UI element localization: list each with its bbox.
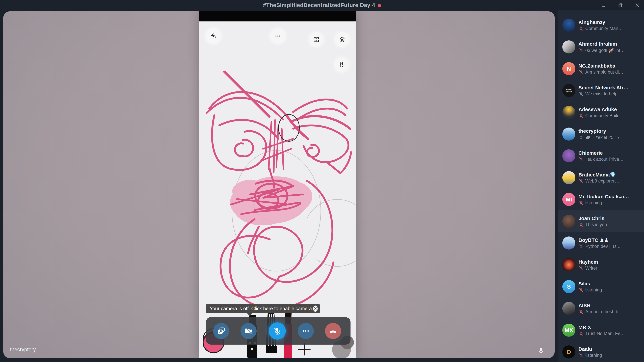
participant-status: Am not d best, b… [585,309,623,314]
participant-row[interactable]: N NG.Zainabbaba Am simple but di… [558,58,644,80]
muted-mic-icon [578,266,584,271]
participant-status: This is you [585,222,607,227]
restore-icon [618,2,623,8]
microphone-button[interactable] [269,323,286,340]
muted-mic-icon [578,222,584,227]
participant-name: Ahmerd Ibrahim [578,41,640,47]
window-title: #TheSimplifiedDecentralizedFuture Day 4 [263,2,375,8]
avatar-initials: D [567,349,571,355]
grid-icon [313,36,320,43]
avatar-initials: S [567,283,571,290]
participant-name: AISH [578,302,640,309]
participant-status: listening [585,200,602,205]
avatar: D [562,346,576,359]
participant-row[interactable]: Ahmerd Ibrahim 03:we gotti 🚀 int… [558,36,644,58]
participant-status: Am simple but di… [585,69,623,75]
screen-share-button[interactable] [213,323,229,339]
participant-name: Mr. Ibukun Ccc Isai… [578,193,640,200]
participant-name: Adesewa Aduke [578,106,640,113]
participant-row[interactable]: Joan Chris This is you [558,210,644,232]
muted-mic-icon [578,200,584,205]
muted-mic-icon [578,309,584,314]
participant-status: Community Build… [585,113,624,118]
participant-row[interactable]: D Daalu listening [558,341,644,362]
participant-name: Kinghamzy [578,19,640,25]
drawing-grid-button [309,32,323,46]
ellipsis-icon [274,32,282,40]
muted-mic-icon [578,135,584,140]
muted-mic-icon [578,157,584,162]
back-arrow-icon [210,32,217,40]
avatar [562,258,576,271]
avatar [562,237,576,250]
participant-status: Python dev || D… [585,244,621,249]
participant-name: Hayhem [578,259,640,265]
participant-status: 03:we gotti 🚀 int… [585,48,625,53]
camera-off-tooltip-text: Your camera is off. Click here to enable… [210,306,313,311]
participant-status: I talk about Priva… [585,157,624,162]
avatar [562,302,576,315]
participant-name: Secret Network Afr… [578,84,640,91]
participant-row[interactable]: S Silas listening [558,276,644,298]
minimize-icon [601,2,606,8]
avatar [562,215,576,228]
participant-row[interactable]: Adesewa Aduke Community Build… [558,101,644,123]
participant-row[interactable]: MX MR X Trust No Man, Fe… [558,319,644,341]
muted-mic-icon [578,91,584,96]
participant-row[interactable]: BoyBTC ♟♟ Python dev || D… [558,232,644,254]
more-icon [301,327,310,335]
muted-mic-icon [578,48,584,53]
participant-status: listening [585,353,602,358]
avatar [562,171,576,184]
participants-sidebar: Kinghamzy Community Man… Ahmerd Ibrahim [558,10,644,362]
participant-row[interactable]: Chiemerie I talk about Priva… [558,145,644,167]
restore-button[interactable] [617,1,624,9]
screen-share-icon [217,327,226,335]
participant-row[interactable]: MI Mr. Ibukun Ccc Isai… listening [558,189,644,210]
stage-mic-icon [537,347,546,355]
avatar [562,128,576,141]
drawing-back-button [206,28,221,43]
participant-status: Trust No Man, Fe… [585,331,625,336]
participant-row[interactable]: thecryptory Ezekiel 25:17 [558,123,644,145]
avatar [562,106,576,119]
participant-row[interactable]: BraheeMania💎 Web3 explorer… [558,167,644,189]
live-dot-icon [378,4,381,7]
phone-top-bar [199,11,356,21]
participant-name: Daalu [578,346,640,352]
minimize-button[interactable] [600,1,608,9]
muted-mic-icon [578,353,584,358]
participant-row[interactable]: secret africa Secret Network Afr… We exi… [558,80,644,101]
participant-status: We exist to help … [585,91,623,96]
participant-name: NG.Zainabbaba [578,63,640,69]
tooltip-caret [247,313,252,316]
more-options-button[interactable] [298,323,314,339]
avatar: S [562,280,576,293]
drawing-adjust-button [334,58,349,72]
camera-off-button[interactable] [240,323,256,339]
participant-row[interactable]: AISH Am not d best, b… [558,298,644,319]
participant-row[interactable]: Kinghamzy Community Man… [558,14,644,36]
end-call-icon [329,327,338,335]
muted-mic-icon [578,113,584,118]
presenter-label: thecryptory [10,347,36,353]
avatar: secret africa [562,84,576,97]
participant-name: Joan Chris [578,215,640,222]
participant-status: listening [585,287,602,293]
avatar [562,18,576,32]
close-icon [634,2,640,8]
muted-mic-icon [578,331,584,336]
participant-status: Web3 explorer… [585,178,619,184]
camera-off-tooltip[interactable]: Your camera is off. Click here to enable… [206,304,320,313]
drawing-more-button [270,28,286,43]
video-stage: Your camera is off. Click here to enable… [3,11,554,358]
drawing-layers-button [335,32,349,46]
close-button[interactable] [634,1,641,9]
participant-name: BraheeMania💎 [578,172,640,178]
tooltip-close-icon[interactable]: ✕ [313,306,318,312]
participant-name: BoyBTC ♟♟ [578,237,640,243]
participant-row[interactable]: Hayhem Writer [558,254,644,276]
muted-mic-icon [578,26,584,31]
end-call-button[interactable] [325,323,341,339]
camera-off-icon [244,327,253,335]
